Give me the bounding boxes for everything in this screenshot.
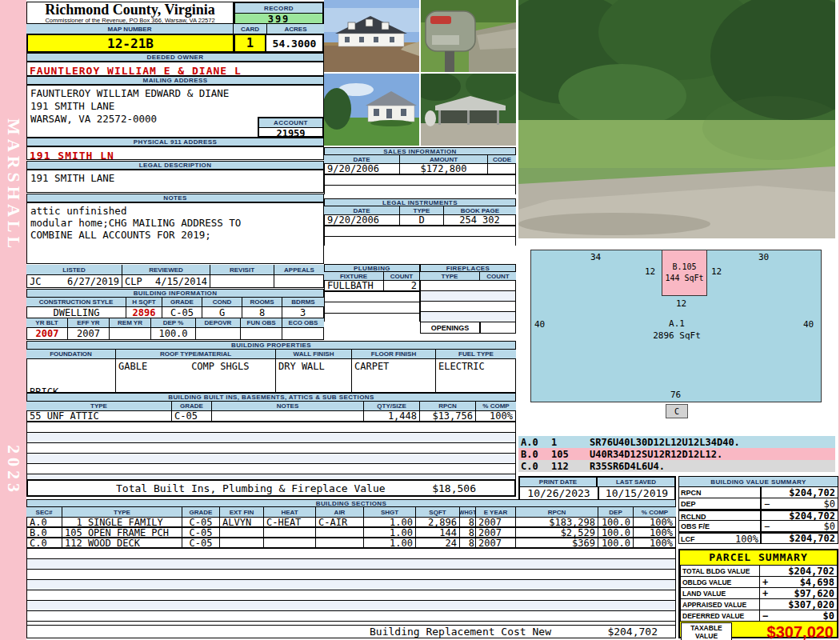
sketch-section-b bbox=[662, 250, 707, 296]
vector-num: 1 bbox=[551, 437, 590, 448]
li-type-value: D bbox=[400, 215, 444, 225]
acres-value: 54.3000 bbox=[266, 35, 322, 51]
mailing-address-label: MAILING ADDRESS bbox=[26, 76, 324, 85]
li-bookpage-value: 254 302 bbox=[444, 215, 515, 225]
empty-row bbox=[325, 302, 419, 313]
bs-cell: 24 bbox=[416, 538, 460, 547]
remyr-label: REM YR bbox=[110, 318, 151, 327]
vector-path: R35SR6D4L6U4. bbox=[590, 461, 665, 472]
fixture-count-label: COUNT bbox=[384, 272, 420, 280]
vector-num: 112 bbox=[551, 461, 590, 472]
parcel-summary: PARCEL SUMMARY TOTAL BLDG VALUE $204,702… bbox=[678, 549, 838, 638]
bi-qty-label: QTY/SIZE bbox=[364, 402, 420, 410]
empty-row bbox=[325, 226, 515, 236]
li-date-label: DATE bbox=[324, 206, 400, 214]
photo-house-side bbox=[324, 74, 419, 146]
legal-instruments-row: 9/20/2006 D 254 302 bbox=[324, 214, 516, 226]
vs-value: $0 bbox=[824, 498, 835, 509]
ps-sign: − bbox=[762, 610, 768, 621]
bi-type-value: 55 UNF ATTIC bbox=[27, 411, 172, 421]
dep-pct-value: 100.0 bbox=[151, 328, 196, 339]
bs-cell: 8 bbox=[460, 518, 476, 526]
bs-cell: C-05 bbox=[182, 518, 220, 526]
roof-material: COMP SHGLS bbox=[191, 361, 249, 372]
cond-value: G bbox=[202, 307, 242, 318]
photo-driveway bbox=[518, 0, 835, 238]
sales-empty-rows bbox=[324, 174, 516, 194]
bs-cell bbox=[316, 538, 364, 547]
li-bookpage-label: BOOK PAGE bbox=[444, 206, 516, 214]
replacement-cost-value: $204,702 bbox=[607, 626, 658, 638]
bs-cell: 1.00 bbox=[364, 518, 416, 526]
ps-label: LAND VALUE bbox=[680, 588, 760, 599]
built-ins-total-row: Total Built Ins, Plumbing & Fireplace Va… bbox=[26, 479, 516, 497]
ps-value: $4,698 bbox=[800, 577, 834, 587]
bs-cell: 2007 bbox=[476, 528, 516, 537]
empty-row bbox=[421, 301, 515, 311]
bs-cell: C-05 bbox=[182, 528, 220, 537]
empty-row bbox=[27, 453, 515, 463]
sketch-a-label: A.1 bbox=[518, 318, 835, 329]
sales-code-value bbox=[488, 164, 515, 174]
physical-address-label: PHYSICAL 911 ADDRESS bbox=[26, 138, 324, 146]
appeals-cell bbox=[274, 275, 323, 287]
notes-block: attic unfinished modular home;CHG MAILIN… bbox=[26, 202, 324, 264]
bs-h-sec: SEC# bbox=[26, 507, 62, 517]
fixture-label: FIXTURE bbox=[324, 272, 384, 280]
bs-h-eyear: E YEAR bbox=[476, 507, 516, 517]
empty-row bbox=[27, 569, 675, 579]
hsqft-label: H SQFT bbox=[126, 298, 162, 306]
bs-cell: 8 bbox=[460, 528, 476, 537]
bs-cell: 1 SINGLE FAMILY bbox=[62, 518, 182, 526]
bs-cell: $2,529 bbox=[516, 528, 598, 537]
vs-value: $204,702 bbox=[762, 487, 838, 498]
vs-label: RPCN bbox=[679, 487, 762, 498]
vector-row-b: B.0 105 U40R34D12SU12R12D12L12. bbox=[518, 448, 835, 460]
vector-sec: C.0 bbox=[518, 461, 551, 472]
fireplace-rows bbox=[420, 280, 516, 322]
plumbing-rows: FULLBATH 2 bbox=[324, 280, 420, 322]
ps-label: OBLDG VALUE bbox=[680, 577, 760, 588]
bi-notes-label: NOTES bbox=[212, 402, 364, 410]
property-record-card: MARSHALL 2023 Richmond County, Virginia … bbox=[0, 0, 840, 640]
revisit-cell bbox=[210, 275, 274, 287]
bs-cell: ALVYN bbox=[220, 518, 264, 526]
ps-value: $307,020 bbox=[788, 599, 834, 610]
vector-sec: A.0 bbox=[518, 437, 551, 448]
bs-h-grade: GRADE bbox=[182, 507, 220, 517]
bs-cell: 100% bbox=[634, 538, 675, 547]
empty-row bbox=[27, 610, 675, 621]
building-sections-empty-rows bbox=[26, 548, 676, 625]
empty-row bbox=[27, 442, 515, 453]
deeded-owner-name: FAUNTLEROY WILLIAM E & DIANE L bbox=[27, 65, 242, 77]
building-value-summary-label: BUILDING VALUE SUMMARY bbox=[678, 476, 838, 487]
building-sections-label: BUILDING SECTIONS bbox=[26, 499, 676, 507]
dim-bottom: 76 bbox=[670, 390, 681, 400]
bs-cell: 100% bbox=[634, 518, 675, 526]
acres-label: ACRES bbox=[267, 24, 324, 34]
listed-cell: JC 6/27/2019 bbox=[27, 275, 122, 287]
bs-cell: 112 WOOD DECK bbox=[62, 538, 182, 547]
funobs-label: FUN OBS bbox=[241, 318, 282, 327]
built-ins-empty-rows bbox=[26, 422, 516, 479]
empty-row bbox=[27, 549, 675, 558]
note-line-2: modular home;CHG MAILING ADDRESS TO bbox=[30, 217, 320, 229]
plumbing-label: PLUMBING bbox=[324, 264, 420, 272]
vector-sec: B.0 bbox=[518, 449, 551, 460]
note-line-3: COMBINE ALL ACCOUNTS FOR 2019; bbox=[30, 229, 320, 241]
ps-sign: + bbox=[762, 588, 768, 598]
empty-row bbox=[421, 290, 515, 301]
bi-type-label: TYPE bbox=[26, 402, 172, 410]
fixture-value: FULLBATH bbox=[325, 281, 384, 290]
ecoobs-label: ECO OBS bbox=[282, 318, 324, 327]
empty-row bbox=[421, 311, 515, 322]
reviewed-by: CLP bbox=[125, 276, 142, 287]
bs-cell: 100.0 bbox=[598, 528, 634, 537]
reviewed-label: REVIEWED bbox=[122, 265, 210, 274]
li-type-label: TYPE bbox=[400, 206, 444, 214]
bs-cell: A.0 bbox=[27, 518, 62, 526]
construction-style-value: DWELLING bbox=[27, 307, 126, 318]
fireplaces-label: FIREPLACES bbox=[420, 264, 516, 272]
empty-row bbox=[325, 313, 419, 323]
vs-label: RCLND bbox=[679, 511, 762, 520]
